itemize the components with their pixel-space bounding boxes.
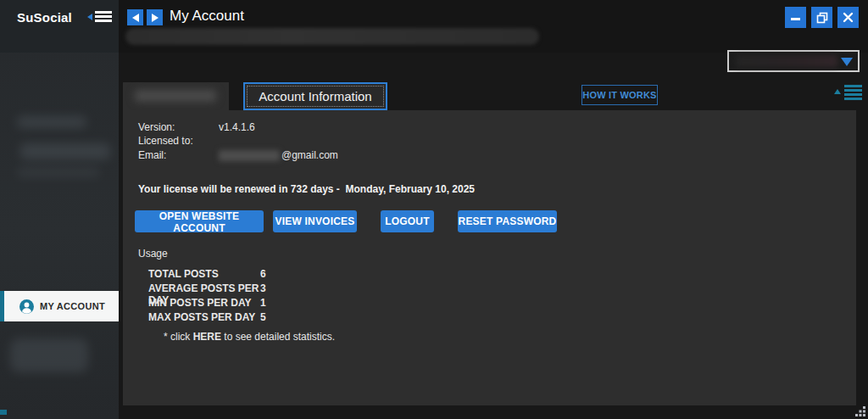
tab-blurred[interactable] xyxy=(123,82,229,110)
nav-forward-button[interactable] xyxy=(147,9,163,25)
email-domain: @gmail.com xyxy=(281,149,338,161)
reset-password-button[interactable]: RESET PASSWORD xyxy=(458,210,557,232)
sidebar-item-my-account[interactable]: MY ACCOUNT xyxy=(0,291,119,321)
sidebar-collapse-button[interactable] xyxy=(87,11,112,22)
blurred-email-user xyxy=(219,150,280,161)
view-invoices-button[interactable]: VIEW INVOICES xyxy=(273,210,357,232)
sidebar-footer-chip xyxy=(0,410,7,415)
resize-grip[interactable] xyxy=(854,405,866,417)
nav-back-button[interactable] xyxy=(127,9,143,25)
version-row: Version: v1.4.1.6 xyxy=(138,121,255,133)
stat-total-posts: TOTAL POSTS 6 xyxy=(148,268,403,280)
triangle-up-icon xyxy=(834,89,841,94)
stat-value: 6 xyxy=(260,268,266,280)
user-icon xyxy=(19,299,34,314)
page-title: My Account xyxy=(170,8,244,25)
app-logo: SuSocial xyxy=(17,10,72,25)
stat-min-posts-per-day: MIN POSTS PER DAY 1 xyxy=(148,297,403,309)
minimize-icon xyxy=(791,18,800,20)
statistics-note: * click HERE to see detailed statistics. xyxy=(164,331,335,343)
sidebar-header: SuSocial xyxy=(0,0,119,53)
version-label: Version: xyxy=(138,121,219,133)
sidebar-item-blurred[interactable] xyxy=(20,143,110,159)
stat-max-posts-per-day: MAX POSTS PER DAY 5 xyxy=(148,311,403,323)
menu-icon xyxy=(95,11,112,22)
sidebar-item-blurred[interactable] xyxy=(17,116,86,128)
email-label: Email: xyxy=(138,149,219,161)
stat-label: MIN POSTS PER DAY xyxy=(148,297,260,309)
logout-button[interactable]: LOGOUT xyxy=(381,210,434,232)
sidebar-item-blurred[interactable] xyxy=(17,167,100,177)
tab-overflow-menu[interactable] xyxy=(834,85,862,100)
usage-heading: Usage xyxy=(138,248,168,260)
stat-label: TOTAL POSTS xyxy=(148,268,260,280)
sidebar-item-label: MY ACCOUNT xyxy=(40,301,105,311)
chevron-down-icon xyxy=(841,58,853,66)
licensed-to-row: Licensed to: xyxy=(138,135,219,147)
stat-value: 1 xyxy=(260,297,266,309)
title-bar: My Account xyxy=(119,0,868,53)
tab-list-icon xyxy=(844,85,862,100)
account-selector-dropdown[interactable] xyxy=(727,50,860,72)
sidebar-item-blurred[interactable] xyxy=(10,338,88,372)
restore-icon xyxy=(816,12,828,24)
sidebar: SuSocial MY ACCOUNT xyxy=(0,0,119,419)
app-window: My Account SuSocial xyxy=(0,0,868,419)
back-arrow-icon xyxy=(132,14,139,22)
blurred-tab-label xyxy=(135,90,216,102)
license-renewal-notice: Your license will be renewed in 732 days… xyxy=(138,183,475,195)
tab-label: Account Information xyxy=(259,89,371,103)
account-information-panel: Version: v1.4.1.6 Licensed to: Email: @g… xyxy=(123,110,856,405)
minimize-button[interactable] xyxy=(785,7,806,28)
blurred-account-value xyxy=(736,55,837,67)
licensed-to-label: Licensed to: xyxy=(138,135,219,147)
close-icon xyxy=(843,12,854,23)
stat-value: 5 xyxy=(260,311,266,323)
collapse-arrow-icon xyxy=(87,14,92,20)
close-button[interactable] xyxy=(837,7,859,28)
open-website-account-button[interactable]: OPEN WEBSITE ACCOUNT xyxy=(135,210,264,232)
stat-label: MAX POSTS PER DAY xyxy=(148,311,260,323)
tab-account-information[interactable]: Account Information xyxy=(243,82,387,110)
blurred-subtitle xyxy=(125,28,539,45)
how-it-works-button[interactable]: HOW IT WORKS xyxy=(581,85,658,105)
restore-button[interactable] xyxy=(811,7,832,28)
here-link[interactable]: HERE xyxy=(193,331,221,343)
note-prefix: * click xyxy=(164,331,193,343)
forward-arrow-icon xyxy=(152,14,159,22)
email-value: @gmail.com xyxy=(219,149,338,161)
email-row: Email: @gmail.com xyxy=(138,149,338,161)
note-suffix: to see detailed statistics. xyxy=(221,331,335,343)
version-value: v1.4.1.6 xyxy=(219,121,255,133)
